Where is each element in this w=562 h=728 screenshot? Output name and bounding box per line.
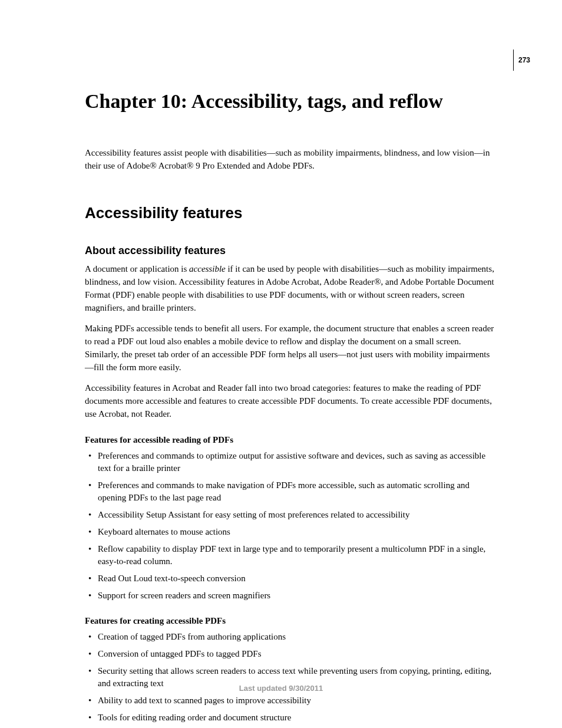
text-run: A document or application is — [85, 264, 189, 274]
emphasis: accessible — [189, 264, 226, 274]
list-item: Tools for editing reading order and docu… — [85, 711, 497, 724]
list-item: Conversion of untagged PDFs to tagged PD… — [85, 648, 497, 660]
page-footer: Last updated 9/30/2011 — [0, 684, 562, 693]
body-paragraph: Accessibility features in Acrobat and Re… — [85, 382, 497, 420]
page-number: 273 — [518, 56, 530, 64]
list-item: Preferences and commands to optimize out… — [85, 450, 497, 475]
section-title: Accessibility features — [85, 204, 497, 222]
body-paragraph: Making PDFs accessible tends to benefit … — [85, 322, 497, 374]
list-item: Creation of tagged PDFs from authoring a… — [85, 631, 497, 643]
list-item: Support for screen readers and screen ma… — [85, 589, 497, 602]
page-number-block: 273 — [513, 50, 530, 71]
chapter-title: Chapter 10: Accessibility, tags, and ref… — [85, 90, 497, 114]
list-heading-creating: Features for creating accessible PDFs — [85, 616, 497, 626]
subsection-title: About accessibility features — [85, 245, 497, 257]
feature-list-creating: Creation of tagged PDFs from authoring a… — [85, 631, 497, 724]
feature-list-reading: Preferences and commands to optimize out… — [85, 450, 497, 602]
list-item: Reflow capability to display PDF text in… — [85, 543, 497, 568]
list-item: Keyboard alternates to mouse actions — [85, 526, 497, 538]
list-item: Accessibility Setup Assistant for easy s… — [85, 509, 497, 521]
list-item: Read Out Loud text-to-speech conversion — [85, 572, 497, 585]
body-paragraph: A document or application is accessible … — [85, 263, 497, 314]
list-heading-reading: Features for accessible reading of PDFs — [85, 435, 497, 445]
page-number-rule — [513, 50, 514, 71]
list-item: Preferences and commands to make navigat… — [85, 479, 497, 504]
chapter-intro: Accessibility features assist people wit… — [85, 147, 497, 173]
page-content: Chapter 10: Accessibility, tags, and ref… — [85, 90, 497, 728]
list-item: Ability to add text to scanned pages to … — [85, 694, 497, 707]
